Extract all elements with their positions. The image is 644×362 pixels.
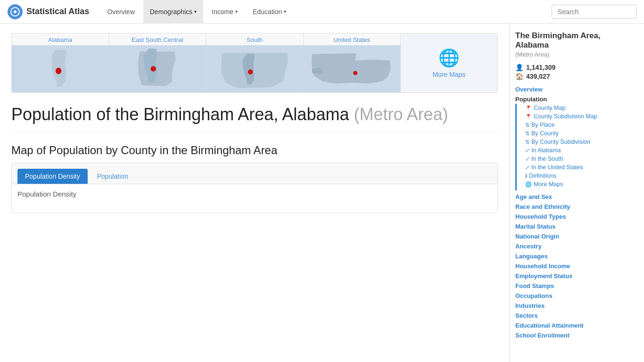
thumb-img-us xyxy=(304,45,400,92)
sidebar-item-household-types[interactable]: Household Types xyxy=(515,213,629,220)
sidebar-nav-in-south[interactable]: ⤢ In the South xyxy=(522,155,629,163)
county-map-icon: 📍 xyxy=(525,105,532,111)
households-stat-row: 🏠 439,027 xyxy=(515,73,629,80)
sidebar-area-subtitle: (Metro Area) xyxy=(515,51,629,58)
sidebar-item-overview[interactable]: Overview xyxy=(515,86,629,93)
nav-education[interactable]: Education ▾ xyxy=(246,0,293,24)
svg-point-2 xyxy=(56,67,61,74)
map-thumb-east-south-central[interactable]: East South Central xyxy=(109,33,206,92)
person-icon: 👤 xyxy=(515,64,523,71)
in-alabama-icon: ⤢ xyxy=(525,148,529,154)
thumb-label-alabama: Alabama xyxy=(48,33,72,45)
house-icon: 🏠 xyxy=(515,73,523,80)
sidebar-item-race-ethnicity[interactable]: Race and Ethnicity xyxy=(515,203,629,210)
more-maps-nav-icon: 🌐 xyxy=(525,181,532,188)
map-thumb-alabama[interactable]: Alabama xyxy=(12,33,109,92)
nav-income[interactable]: Income ▾ xyxy=(205,0,244,24)
by-county-sub-icon: ⇅ xyxy=(525,139,529,145)
thumb-img-esc xyxy=(109,45,206,92)
thumb-label-esc: East South Central xyxy=(132,33,183,45)
page-title: Population of the Birmingham Area, Alaba… xyxy=(11,104,498,124)
nav-menu: Overview Demographics ▾ Income ▾ Educati… xyxy=(100,0,552,24)
nav-demographics[interactable]: Demographics ▾ xyxy=(143,0,203,24)
sidebar-item-national-origin[interactable]: National Origin xyxy=(515,233,629,240)
county-sub-map-icon: 📍 xyxy=(525,114,532,120)
sidebar-item-languages[interactable]: Languages xyxy=(515,253,629,260)
title-divider xyxy=(11,132,498,132)
sidebar-nav-by-county[interactable]: ⇅ By County xyxy=(522,129,629,138)
thumb-label-us: United States xyxy=(333,33,370,45)
nav-overview[interactable]: Overview xyxy=(100,0,141,24)
by-place-icon: ⇅ xyxy=(525,122,529,128)
svg-point-1 xyxy=(14,10,17,13)
sidebar-item-school-enrollment[interactable]: School Enrollment xyxy=(515,332,629,339)
population-stat-row: 👤 1,141,309 xyxy=(515,64,629,71)
more-maps-label: More Maps xyxy=(432,71,465,78)
sidebar-nav-by-place[interactable]: ⇅ By Place xyxy=(522,121,629,129)
in-us-icon: ⤢ xyxy=(525,165,529,171)
sidebar-nav-county-sub-map[interactable]: 📍 County Subdivision Map xyxy=(522,112,629,121)
sidebar-item-household-income[interactable]: Household Income xyxy=(515,263,629,270)
sidebar-nav-definitions[interactable]: ℹ Definitions xyxy=(522,172,629,180)
brand-name: Statistical Atlas xyxy=(26,7,89,16)
thumb-img-alabama xyxy=(12,45,108,92)
definitions-icon: ℹ xyxy=(525,173,527,179)
sidebar-item-occupations[interactable]: Occupations xyxy=(515,292,629,299)
sidebar-nav-county-map[interactable]: 📍 County Map xyxy=(522,104,629,112)
sidebar-item-employment-status[interactable]: Employment Status xyxy=(515,272,629,280)
map-section: Population Density Population Population… xyxy=(11,163,498,213)
sidebar-item-population[interactable]: Population xyxy=(515,96,629,103)
thumb-img-south xyxy=(206,45,303,92)
map-thumbnails-row: Alabama East South Central xyxy=(11,33,498,93)
thumb-label-south: South xyxy=(247,33,263,45)
more-maps-thumb[interactable]: 🌐 More Maps xyxy=(401,33,497,92)
sidebar-item-age-sex[interactable]: Age and Sex xyxy=(515,193,629,200)
sidebar-nav-in-us[interactable]: ⤢ In the United States xyxy=(522,163,629,172)
sidebar-nav: Overview Population 📍 County Map 📍 Count… xyxy=(515,86,629,339)
page-layout: Alabama East South Central xyxy=(0,24,644,362)
sidebar-nav-more-maps[interactable]: 🌐 More Maps xyxy=(522,180,629,189)
population-value: 1,141,309 xyxy=(526,64,555,71)
tab-population-density[interactable]: Population Density xyxy=(17,169,88,184)
in-south-icon: ⤢ xyxy=(525,156,529,162)
sidebar-nav-in-alabama[interactable]: ⤢ In Alabama xyxy=(522,146,629,155)
map-content-area: Population Density xyxy=(12,184,497,213)
sidebar-item-educational-attainment[interactable]: Educational Attainment xyxy=(515,322,629,329)
svg-point-5 xyxy=(353,71,357,75)
map-thumb-south[interactable]: South xyxy=(206,33,303,92)
navbar: Statistical Atlas Overview Demographics … xyxy=(0,0,644,24)
page-title-subtitle: (Metro Area) xyxy=(354,105,448,124)
sidebar-item-food-stamps[interactable]: Food Stamps xyxy=(515,282,629,289)
brand-link[interactable]: Statistical Atlas xyxy=(8,4,89,19)
map-tabs: Population Density Population xyxy=(12,163,497,184)
section-title: Map of Population by County in the Birmi… xyxy=(11,144,498,157)
sidebar-nav-by-county-sub[interactable]: ⇅ By County Subdivision xyxy=(522,138,629,146)
brand-icon xyxy=(8,4,23,19)
map-thumb-us[interactable]: United States xyxy=(304,33,401,92)
sidebar-stats: 👤 1,141,309 🏠 439,027 xyxy=(515,64,629,80)
income-caret: ▾ xyxy=(235,9,238,14)
population-subsection: 📍 County Map 📍 County Subdivision Map ⇅ … xyxy=(515,104,629,190)
more-maps-globe-icon: 🌐 xyxy=(438,48,460,68)
svg-point-4 xyxy=(248,69,252,74)
sidebar: The Birmingham Area, Alabama (Metro Area… xyxy=(509,24,636,362)
households-value: 439,027 xyxy=(526,73,550,80)
svg-point-3 xyxy=(151,66,156,71)
sidebar-item-marital-status[interactable]: Marital Status xyxy=(515,223,629,230)
pop-density-heading: Population Density xyxy=(17,190,492,198)
tab-population[interactable]: Population xyxy=(90,169,136,184)
by-county-icon: ⇅ xyxy=(525,131,529,137)
main-content: Alabama East South Central xyxy=(0,24,509,362)
demographics-caret: ▾ xyxy=(194,9,197,14)
sidebar-item-industries[interactable]: Industries xyxy=(515,302,629,309)
sidebar-area-title: The Birmingham Area, Alabama xyxy=(515,31,629,50)
sidebar-item-sectors[interactable]: Sectors xyxy=(515,312,629,319)
search-input[interactable] xyxy=(552,5,636,19)
sidebar-item-ancestry[interactable]: Ancestry xyxy=(515,243,629,250)
education-caret: ▾ xyxy=(284,9,286,14)
